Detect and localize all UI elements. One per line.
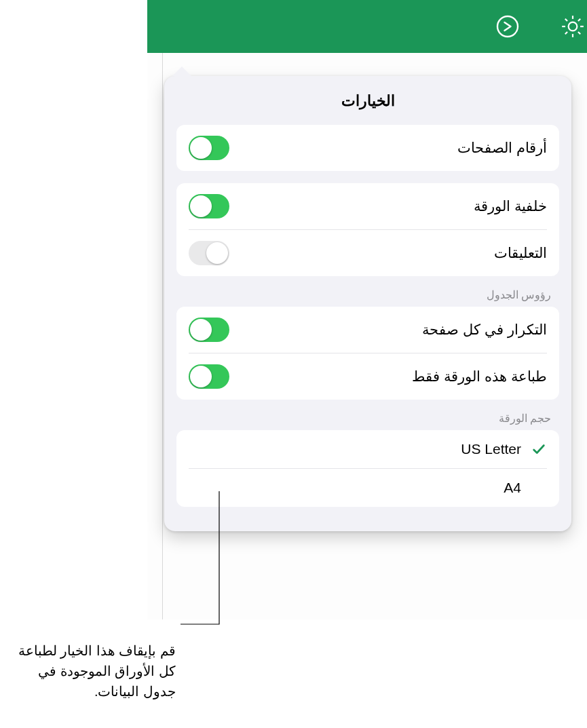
callout-text: قم بإيقاف هذا الخيار لطباعة كل الأوراق ا… <box>5 640 176 702</box>
stage: { "popover": { "title": "الخيارات", "gro… <box>0 0 587 728</box>
callout-leader <box>0 0 587 728</box>
